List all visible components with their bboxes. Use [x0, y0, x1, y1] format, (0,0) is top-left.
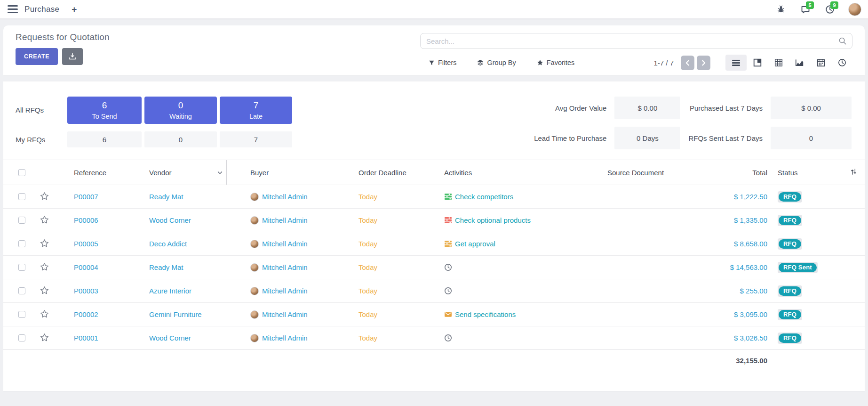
table-row[interactable]: P00004 Ready Mat Mitchell Admin Today $ … — [3, 255, 865, 279]
my-late-cell[interactable]: 7 — [220, 131, 292, 147]
order-deadline[interactable]: Today — [335, 216, 421, 224]
select-all-checkbox[interactable] — [18, 169, 25, 176]
row-checkbox[interactable] — [18, 217, 25, 224]
favorite-star-icon[interactable] — [40, 262, 49, 271]
column-header-status[interactable]: Status — [767, 169, 838, 177]
activity-label[interactable]: Check competitors — [455, 193, 513, 201]
my-waiting-cell[interactable]: 0 — [144, 131, 217, 147]
column-header-reference[interactable]: Reference — [50, 169, 126, 177]
column-header-deadline[interactable]: Order Deadline — [335, 169, 421, 177]
app-name[interactable]: Purchase — [24, 5, 59, 14]
to-send-stat-button[interactable]: 6 To Send — [67, 97, 142, 124]
apps-menu-icon[interactable] — [8, 5, 18, 13]
pivot-view-button[interactable] — [768, 55, 789, 71]
buyer-cell[interactable]: Mitchell Admin — [227, 263, 335, 272]
vendor-link[interactable]: Ready Mat — [126, 263, 227, 271]
favorites-button[interactable]: Favorites — [537, 59, 575, 66]
table-row[interactable]: P00002 Gemini Furniture Mitchell Admin T… — [3, 302, 865, 326]
favorite-star-icon[interactable] — [40, 239, 49, 248]
rfq-reference-link[interactable]: P00002 — [50, 310, 126, 318]
new-tab-button[interactable]: + — [72, 4, 77, 15]
kanban-view-button[interactable] — [747, 55, 768, 71]
total-amount: $ 1,222.50 — [720, 193, 767, 201]
rfq-reference-link[interactable]: P00001 — [50, 334, 126, 342]
favorite-star-icon[interactable] — [40, 333, 49, 342]
table-row[interactable]: P00007 Ready Mat Mitchell Admin Today Ch… — [3, 185, 865, 208]
activity-cell[interactable]: Get approval — [421, 240, 584, 248]
table-row[interactable]: P00003 Azure Interior Mitchell Admin Tod… — [3, 279, 865, 302]
column-header-activities[interactable]: Activities — [421, 169, 584, 177]
column-header-buyer[interactable]: Buyer — [227, 169, 335, 177]
buyer-cell[interactable]: Mitchell Admin — [227, 193, 335, 201]
order-deadline[interactable]: Today — [335, 193, 421, 201]
status-badge: RFQ Sent — [778, 262, 818, 273]
debug-bug-icon[interactable] — [775, 3, 787, 16]
table-row[interactable]: P00006 Wood Corner Mitchell Admin Today … — [3, 208, 865, 232]
row-checkbox[interactable] — [18, 334, 25, 341]
row-checkbox[interactable] — [18, 193, 25, 200]
buyer-cell[interactable]: Mitchell Admin — [227, 240, 335, 248]
waiting-stat-button[interactable]: 0 Waiting — [144, 97, 217, 124]
rfq-reference-link[interactable]: P00004 — [50, 263, 126, 271]
filters-button[interactable]: Filters — [429, 59, 456, 66]
activity-cell[interactable]: Check competitors — [421, 193, 584, 201]
pager-previous-button[interactable] — [681, 56, 694, 70]
create-button[interactable]: CREATE — [16, 48, 58, 65]
column-header-vendor[interactable]: Vendor — [126, 160, 227, 185]
favorite-star-icon[interactable] — [40, 192, 49, 201]
activity-label[interactable]: Send specifications — [455, 310, 516, 318]
graph-view-button[interactable] — [789, 55, 810, 71]
column-header-source[interactable]: Source Document — [584, 169, 720, 177]
activity-cell[interactable]: Check optional products — [421, 216, 584, 224]
row-checkbox[interactable] — [18, 311, 25, 318]
pager-next-button[interactable] — [697, 56, 710, 70]
calendar-view-button[interactable] — [810, 55, 831, 71]
rfq-reference-link[interactable]: P00005 — [50, 240, 126, 248]
buyer-cell[interactable]: Mitchell Admin — [227, 287, 335, 295]
late-stat-button[interactable]: 7 Late — [220, 97, 292, 124]
row-checkbox[interactable] — [18, 264, 25, 271]
activity-label[interactable]: Check optional products — [455, 216, 531, 224]
user-avatar[interactable] — [848, 3, 861, 16]
activity-view-button[interactable] — [831, 55, 852, 71]
activity-cell[interactable]: Send specifications — [421, 310, 584, 318]
vendor-link[interactable]: Ready Mat — [126, 193, 227, 201]
activity-cell[interactable] — [421, 287, 584, 295]
vendor-link[interactable]: Gemini Furniture — [126, 310, 227, 318]
favorite-star-icon[interactable] — [40, 309, 49, 318]
export-button[interactable] — [62, 48, 83, 65]
group-by-button[interactable]: Group By — [477, 59, 516, 66]
rfq-reference-link[interactable]: P00007 — [50, 193, 126, 201]
vendor-link[interactable]: Wood Corner — [126, 216, 227, 224]
order-deadline[interactable]: Today — [335, 287, 421, 295]
table-row[interactable]: P00001 Wood Corner Mitchell Admin Today … — [3, 326, 865, 349]
buyer-cell[interactable]: Mitchell Admin — [227, 310, 335, 319]
activity-label[interactable]: Get approval — [455, 240, 495, 248]
order-deadline[interactable]: Today — [335, 240, 421, 248]
vendor-link[interactable]: Wood Corner — [126, 334, 227, 342]
activity-cell[interactable] — [421, 263, 584, 271]
buyer-cell[interactable]: Mitchell Admin — [227, 334, 335, 342]
buyer-cell[interactable]: Mitchell Admin — [227, 216, 335, 225]
row-checkbox[interactable] — [18, 287, 25, 294]
table-row[interactable]: P00005 Deco Addict Mitchell Admin Today … — [3, 232, 865, 255]
favorite-star-icon[interactable] — [40, 286, 49, 295]
messages-menu[interactable]: 5 — [799, 3, 812, 16]
vendor-link[interactable]: Deco Addict — [126, 240, 227, 248]
rfq-reference-link[interactable]: P00003 — [50, 287, 126, 295]
list-view-button[interactable] — [725, 55, 747, 71]
search-icon[interactable] — [838, 37, 847, 47]
activity-cell[interactable] — [421, 334, 584, 342]
my-to-send-cell[interactable]: 6 — [67, 131, 142, 147]
order-deadline[interactable]: Today — [335, 334, 421, 342]
order-deadline[interactable]: Today — [335, 263, 421, 271]
order-deadline[interactable]: Today — [335, 310, 421, 318]
search-input[interactable] — [420, 33, 852, 49]
column-header-total[interactable]: Total — [720, 169, 767, 177]
optional-columns-icon[interactable] — [850, 168, 857, 177]
rfq-reference-link[interactable]: P00006 — [50, 216, 126, 224]
activities-menu[interactable]: 9 — [824, 3, 836, 16]
vendor-link[interactable]: Azure Interior — [126, 287, 227, 295]
favorite-star-icon[interactable] — [40, 215, 49, 224]
row-checkbox[interactable] — [18, 240, 25, 247]
